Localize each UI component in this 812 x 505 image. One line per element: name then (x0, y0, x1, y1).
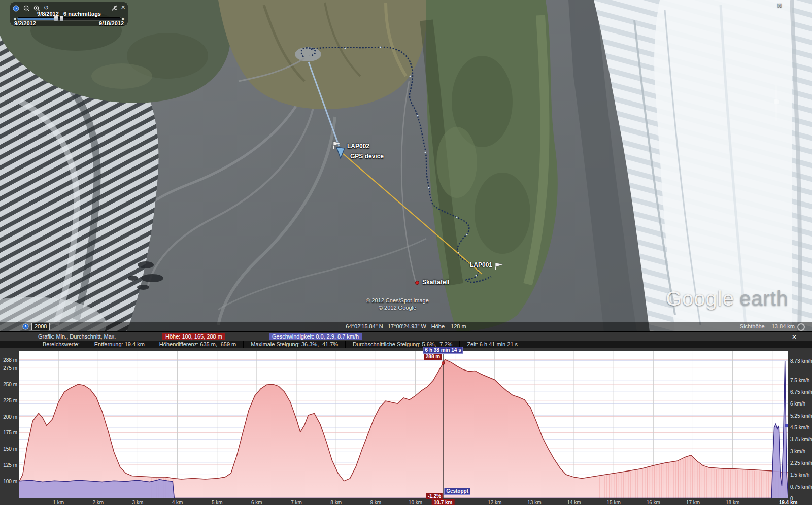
time-slider-end-date: 9/18/2012 (99, 20, 124, 26)
place-dot-icon (416, 281, 419, 285)
close-time-slider-icon[interactable]: ✕ (121, 4, 127, 11)
map-zoom-handle[interactable] (774, 99, 779, 104)
gps-track-overlay (0, 0, 812, 331)
x-tick-distance: 5 km (212, 500, 223, 505)
x-tick-distance: 4 km (172, 500, 183, 505)
y-tick-speed: 3.75 km/h (790, 436, 812, 442)
x-tick-distance: 17 km (686, 500, 700, 505)
x-tick-distance: 10 km (409, 500, 422, 505)
marker-time-tooltip: 6 h 38 min 14 s (423, 347, 463, 354)
eye-altitude-value: 13.84 km (772, 323, 795, 329)
elevation-value: 128 m (451, 323, 466, 329)
x-tick-distance: 3 km (132, 500, 144, 505)
time-slider-current-date: 9/8/2012 6 nachmittags (10, 11, 128, 17)
eye-altitude-label: Sichthöhe (740, 323, 765, 329)
x-tick-distance: 19.4 km (779, 500, 798, 505)
profile-chart-svg (19, 351, 788, 498)
range-value-segment: Zeit: 6 h 41 min 21 s (459, 341, 525, 348)
x-tick-distance: 15 km (607, 500, 621, 505)
range-value-segment: Entfernung: 19.4 km (87, 341, 152, 348)
marker-slope-tooltip: -1.2% (426, 493, 443, 499)
y-tick-speed: 4.5 km/h (790, 425, 809, 430)
y-tick-elevation: 200 m (1, 414, 17, 420)
y-tick-elevation: 225 m (1, 398, 17, 403)
y-tick-speed: 2.25 km/h (790, 460, 812, 466)
y-tick-speed: 3 km/h (790, 449, 805, 454)
sight-line-blue (309, 62, 339, 146)
waypoint-label-lap002[interactable]: LAP002 (347, 143, 369, 150)
x-tick-distance: 8 km (330, 500, 342, 505)
x-tick-distance: 6 km (251, 500, 262, 505)
lap001-flag-icon (496, 263, 503, 270)
y-tick-elevation: 175 m (1, 430, 17, 435)
time-slider-panel[interactable]: ↺ ✕ 9/8/2012 6 nachmittags ◄ ► 9/2/2012 … (10, 2, 128, 26)
profile-stats-row: Grafik: Min., Durchschnitt, Max. Höhe: 1… (0, 333, 812, 340)
speed-stats-chip[interactable]: Geschwindigkeit: 0.0, 2.9, 8.7 km/h (269, 333, 362, 340)
y-tick-speed: 8.73 km/h (790, 358, 812, 364)
track-waypoints (345, 47, 477, 277)
waypoint-label-gps-device[interactable]: GPS device (350, 153, 384, 160)
history-icon[interactable]: ↺ (44, 4, 50, 11)
y-tick-speed: 5.25 km/h (790, 413, 812, 419)
elevation-label: Höhe (431, 323, 445, 329)
y-tick-elevation: 150 m (1, 446, 17, 452)
google-earth-logo: Googleearth (666, 287, 788, 310)
time-slider-fill (17, 18, 58, 20)
place-label-skaftafell[interactable]: Skaftafell (422, 279, 449, 286)
gps-device-arrow-icon (336, 147, 345, 158)
marker-elevation-tooltip: 288 m (424, 354, 442, 360)
time-slider-start-date: 9/2/2012 (14, 20, 36, 26)
elevation-profile-panel: Grafik: Min., Durchschnitt, Max. Höhe: 1… (0, 331, 812, 505)
range-value-segment: Höhendifferenz: 635 m, -659 m (152, 341, 243, 348)
x-tick-distance: 14 km (567, 500, 581, 505)
map-zoom-slider[interactable] (775, 85, 777, 121)
pointer-coordinates: 64°02'15.84" N 17°00'24.93" W (346, 323, 426, 329)
profile-chart-plot[interactable] (19, 351, 788, 498)
map-view[interactable]: LAP002 GPS device LAP001 Skaftafell © 20… (0, 0, 812, 331)
y-tick-elevation: 125 m (1, 462, 17, 468)
y-tick-speed: 0.75 km/h (790, 484, 812, 490)
marker-distance-tick: 10.7 km (432, 499, 455, 505)
x-tick-distance: 7 km (291, 500, 302, 505)
compass-north-indicator[interactable]: N (777, 2, 782, 8)
status-bar: 2008 64°02'15.84" N 17°00'24.93" WHöhe12… (0, 322, 812, 331)
pointer-status: 64°02'15.84" N 17°00'24.93" WHöhe128 m (346, 323, 466, 329)
y-tick-speed: 7.5 km/h (790, 378, 809, 383)
y-tick-speed: 6 km/h (790, 401, 805, 407)
range-values-label: Bereichswerte: (43, 341, 87, 348)
range-values-row: Bereichswerte: Entfernung: 19.4 kmHöhend… (0, 341, 812, 348)
elevation-stats-chip[interactable]: Höhe: 100, 165, 288 m (162, 333, 225, 340)
x-tick-distance: 18 km (726, 500, 739, 505)
x-tick-distance: 12 km (488, 500, 501, 505)
x-tick-distance: 16 km (647, 500, 660, 505)
waypoint-label-lap001[interactable]: LAP001 (470, 261, 492, 268)
y-tick-elevation: 100 m (1, 479, 17, 484)
time-range-handle-start[interactable] (54, 16, 58, 21)
x-tick-distance: 2 km (92, 500, 104, 505)
marker-status-tooltip: Gestoppt (444, 488, 470, 495)
y-tick-speed: 1.5 km/h (790, 472, 809, 478)
eye-altitude-status: Sichthöhe13.84 km (740, 323, 795, 329)
graph-minmax-label: Grafik: Min., Durchschnitt, Max. (38, 333, 116, 340)
x-tick-distance: 1 km (53, 500, 64, 505)
y-tick-elevation: 250 m (1, 382, 17, 387)
y-tick-elevation: 288 m (1, 357, 17, 363)
time-range-handle-end[interactable] (60, 16, 63, 21)
eye-altitude-icon (797, 323, 805, 331)
x-tick-distance: 13 km (527, 500, 541, 505)
imagery-date-badge[interactable]: 2008 (31, 323, 50, 330)
close-profile-icon[interactable]: ✕ (792, 334, 797, 340)
y-tick-speed: 6.75 km/h (790, 389, 812, 395)
copyright-attribution: © 2012 Cnes/Spot Image © 2012 Google (366, 297, 429, 311)
range-value-segment: Maximale Steigung: 36.3%, -41.7% (243, 341, 345, 348)
track-path (301, 47, 491, 282)
x-tick-distance: 9 km (370, 500, 381, 505)
sight-line-yellow (343, 154, 482, 274)
y-tick-elevation: 275 m (1, 365, 17, 371)
imagery-clock-icon[interactable] (22, 323, 29, 330)
